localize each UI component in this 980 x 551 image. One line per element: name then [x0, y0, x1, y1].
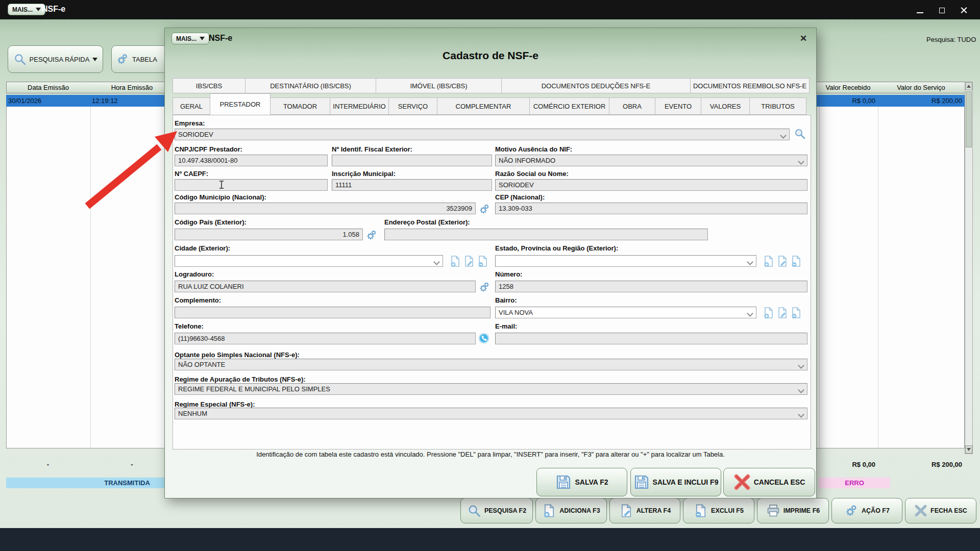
tab-complementar[interactable]: COMPLEMENTAR [437, 97, 530, 115]
cnpj-field[interactable]: 10.497.438/0001-80 [175, 155, 328, 166]
doc-add-icon[interactable] [763, 307, 775, 319]
search-icon [467, 504, 481, 518]
doc-remove-icon[interactable] [477, 255, 489, 267]
tab-documentos-reembolso[interactable]: DOCUMENTOS REEMBOLSO NFS-E [690, 78, 810, 93]
complemento-field[interactable] [175, 307, 491, 318]
motivo-nif-field[interactable]: NÃO INFORMADO [495, 155, 807, 166]
footnote-help-text: Identificação de com tabela este cadastr… [165, 450, 816, 458]
gear-icon[interactable] [478, 281, 491, 293]
cancela-esc-button[interactable]: CANCELA ESC [723, 468, 815, 496]
fiscal-exterior-label: Nº Identif. Fiscal Exterior: [332, 145, 412, 153]
cell-hora-emissao[interactable]: 12:19:12 [90, 95, 174, 107]
tab-destinatario-ibs-cbs[interactable]: DESTINATÁRIO (IBS/CBS) [245, 78, 376, 93]
imprime-f6-button[interactable]: IMPRIME F6 [757, 498, 829, 523]
endereco-postal-field[interactable] [384, 229, 708, 240]
tab-prestador[interactable]: PRESTADOR [210, 93, 271, 115]
exclui-f5-label: EXCLUI F5 [711, 507, 744, 514]
tab-evento[interactable]: EVENTO [655, 97, 701, 115]
search-icon[interactable] [794, 128, 806, 140]
tab-tributos[interactable]: TRIBUTOS [749, 97, 806, 115]
column-header-valor-servico[interactable]: Valor do Serviço [877, 82, 965, 93]
doc-edit-icon[interactable] [463, 255, 475, 267]
cod-municipio-field[interactable]: 3523909 [175, 203, 476, 214]
cidade-ext-field[interactable] [175, 255, 443, 267]
doc-add-icon[interactable] [449, 255, 461, 267]
modal-mais-button[interactable]: MAIS... [172, 33, 209, 44]
email-label: E-mail: [495, 322, 517, 330]
tab-geral[interactable]: GERAL [173, 97, 210, 115]
quick-search-button[interactable]: PESQUISA RÁPIDA [8, 45, 103, 73]
column-header-valor-recebido[interactable]: Valor Recebido [819, 82, 878, 93]
optante-simples-field[interactable]: NÃO OPTANTE [175, 359, 807, 370]
main-window-title: NSF-e [42, 5, 65, 14]
fiscal-exterior-field[interactable] [332, 155, 492, 166]
razao-social-field[interactable]: SORIODEV [495, 179, 807, 191]
doc-remove-icon[interactable] [790, 307, 802, 319]
exclui-f5-button[interactable]: EXCLUI F5 [683, 498, 754, 523]
tab-servico[interactable]: SERVIÇO [388, 97, 437, 115]
cod-pais-label: Código País (Exterior): [175, 218, 247, 226]
empresa-field[interactable]: SORIODEV [175, 129, 790, 140]
scroll-up-button[interactable] [965, 82, 972, 90]
cell-data-emissao[interactable]: 30/01/2026 [6, 95, 90, 107]
main-mais-button[interactable]: MAIS... [8, 4, 45, 15]
doc-remove-icon [694, 504, 708, 518]
tab-obra[interactable]: OBRA [609, 97, 655, 115]
cod-pais-field[interactable]: 1.058 [175, 229, 363, 240]
tab-documentos-deducoes[interactable]: DOCUMENTOS DEDUÇÕES NFS-E [501, 78, 691, 93]
tab-intermediario[interactable]: INTERMEDIÁRIO [330, 97, 389, 115]
scroll-down-button[interactable] [965, 445, 972, 454]
vertical-scrollbar[interactable] [965, 82, 973, 454]
minimize-button[interactable] [915, 6, 926, 15]
telefone-field[interactable]: (11)96630-4568 [175, 333, 476, 344]
altera-f4-button[interactable]: ALTERA F4 [609, 498, 680, 523]
doc-add-icon[interactable] [763, 255, 775, 267]
gear-icon[interactable] [365, 229, 378, 241]
search-icon [13, 53, 27, 66]
chevron-down-icon [92, 58, 97, 61]
tab-valores[interactable]: VALORES [701, 97, 750, 115]
cell-valor-recebido[interactable]: R$ 0,00 [819, 95, 877, 107]
bairro-field[interactable]: VILA NOVA [495, 307, 756, 318]
pesquisa-f2-button[interactable]: PESQUISA F2 [460, 498, 533, 523]
tab-comercio-exterior[interactable]: COMÉRCIO EXTERIOR [529, 97, 609, 115]
tab-ibs-cbs[interactable]: IBS/CBS [173, 78, 246, 93]
main-mais-label: MAIS... [12, 6, 33, 13]
column-header-data-emissao[interactable]: Data Emissão [6, 82, 90, 93]
whatsapp-icon[interactable] [478, 332, 490, 344]
acao-f7-label: AÇÃO F7 [862, 507, 890, 514]
gear-icon[interactable] [478, 203, 491, 215]
salva-f2-button[interactable]: SALVA F2 [536, 468, 627, 496]
salva-e-inclui-f9-button[interactable]: SALVA E INCLUI F9 [630, 468, 721, 496]
email-field[interactable] [495, 333, 807, 344]
tab-imovel-ibs-cbs[interactable]: IMÓVEL (IBS/CBS) [376, 78, 502, 93]
modal-mais-label: MAIS... [176, 35, 197, 42]
doc-remove-icon[interactable] [790, 255, 802, 267]
taskbar: 25°C Pred. nublado [0, 528, 980, 551]
cep-field[interactable]: 13.309-033 [495, 203, 807, 214]
scrollbar-thumb[interactable] [966, 91, 972, 147]
numero-field[interactable]: 1258 [495, 281, 807, 292]
fecha-esc-button[interactable]: FECHA ESC [905, 498, 976, 523]
doc-edit-icon[interactable] [776, 307, 789, 319]
acao-f7-button[interactable]: AÇÃO F7 [831, 498, 902, 523]
inscricao-municipal-field[interactable]: 11111 [332, 179, 492, 191]
tabela-button[interactable]: TABELA [111, 45, 168, 73]
tab-tomador[interactable]: TOMADOR [270, 97, 330, 115]
column-header-hora-emissao[interactable]: Hora Emissão [90, 82, 175, 93]
cell-valor-servico[interactable]: R$ 200,00 [877, 95, 964, 107]
adiciona-f3-button[interactable]: ADICIONA F3 [535, 498, 607, 523]
close-button[interactable] [959, 6, 970, 15]
gear-icon [116, 53, 129, 66]
maximize-button[interactable] [937, 6, 948, 15]
total-valor-recebido: R$ 0,00 [819, 460, 877, 469]
logradouro-field[interactable]: RUA LUIZ COLANERI [175, 281, 476, 292]
doc-edit-icon[interactable] [776, 255, 789, 267]
regime-especial-field[interactable]: NENHUM [175, 408, 807, 419]
modal-close-button[interactable]: ✕ [797, 32, 810, 44]
estado-ext-field[interactable] [495, 255, 756, 267]
caepf-field[interactable] [175, 179, 328, 191]
fecha-esc-label: FECHA ESC [930, 507, 967, 514]
regime-apuracao-field[interactable]: REGIME FEDERAL E MUNICIPAL PELO SIMPLES [175, 383, 807, 395]
regime-apuracao-label: Regime de Apuração de Tributos (NFS-e): [175, 375, 306, 383]
